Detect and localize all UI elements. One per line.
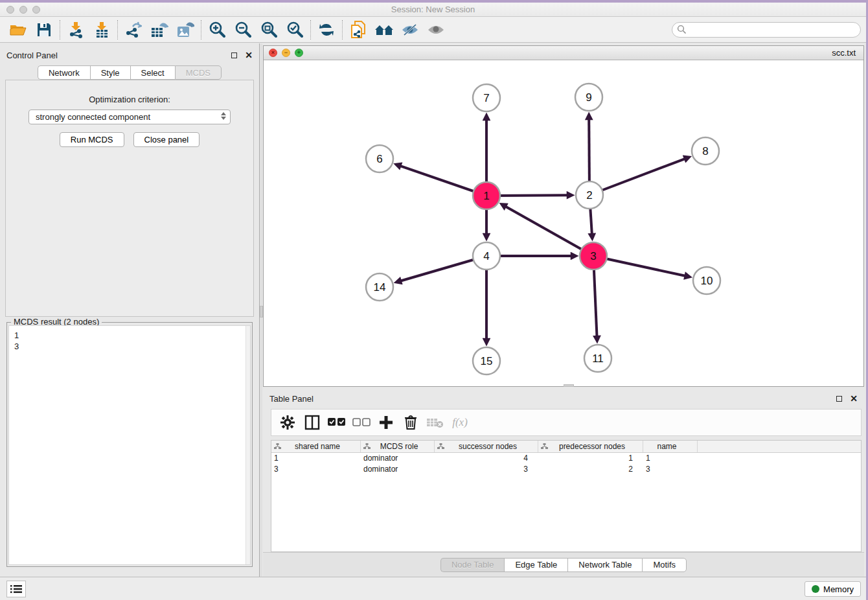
graph-node-label-6: 6	[376, 153, 382, 165]
table-panel: Table Panel ✕	[263, 389, 864, 577]
control-panel-header: Control Panel ✕	[6, 49, 253, 62]
column-header-name[interactable]: name	[643, 441, 698, 452]
open-session-button[interactable]	[5, 19, 31, 41]
float-panel-button[interactable]	[231, 52, 237, 58]
tab-edge-table[interactable]: Edge Table	[504, 558, 567, 572]
home-button[interactable]	[371, 19, 397, 41]
export-network-icon	[125, 21, 142, 38]
deselect-all-columns-button[interactable]	[350, 411, 372, 433]
cell-name[interactable]: 3	[643, 464, 698, 475]
column-header-predecessor-nodes[interactable]: predecessor nodes	[538, 441, 643, 452]
result-scrollbar[interactable]	[246, 326, 250, 564]
show-all-button[interactable]	[423, 19, 449, 41]
cell-shared-name[interactable]: 1	[271, 453, 361, 464]
column-header-shared-name[interactable]: shared name	[271, 441, 361, 452]
graph-edge-3-1[interactable]	[506, 207, 593, 256]
zoom-out-button[interactable]	[230, 19, 256, 41]
mcds-tab-content: Optimization criterion: strongly connect…	[5, 80, 254, 317]
search-input[interactable]	[672, 22, 861, 38]
network-canvas[interactable]: 7968124314101511	[264, 60, 863, 386]
show-columns-button[interactable]	[301, 411, 323, 433]
maximize-network-button[interactable]: +	[295, 49, 303, 57]
show-log-button[interactable]	[6, 581, 26, 597]
graph-node-label-2: 2	[586, 189, 592, 202]
attribute-icon	[541, 443, 548, 450]
cell-predecessor-nodes[interactable]: 2	[538, 464, 643, 475]
cell-mcds-role[interactable]: dominator	[361, 464, 435, 475]
tab-mcds[interactable]: MCDS	[175, 65, 222, 80]
search-icon	[677, 25, 687, 34]
minimize-network-button[interactable]: −	[282, 49, 290, 57]
table-row[interactable]: 3 dominator 3 2 3	[271, 464, 861, 475]
cell-shared-name[interactable]: 3	[271, 464, 361, 475]
mcds-buttons-row: Run MCDS Close panel	[6, 132, 253, 147]
fx-icon: f(x)	[452, 416, 468, 429]
tab-network-table[interactable]: Network Table	[567, 558, 642, 572]
graph-node-label-15: 15	[481, 355, 493, 367]
network-graph-svg: 7968124314101511	[264, 60, 865, 387]
close-table-panel-button[interactable]: ✕	[850, 395, 858, 402]
graph-node-label-4: 4	[483, 250, 489, 262]
import-network-button[interactable]	[63, 19, 89, 41]
attribute-icon	[363, 443, 371, 450]
hide-selected-button[interactable]	[397, 19, 423, 41]
tab-network[interactable]: Network	[38, 65, 90, 80]
network-window-resize-handle[interactable]	[564, 384, 574, 387]
export-network-button[interactable]	[120, 19, 146, 41]
zoom-selected-button[interactable]	[282, 19, 308, 41]
close-panel-button-mcds[interactable]: Close panel	[133, 132, 200, 147]
column-header-successor-nodes[interactable]: successor nodes	[435, 441, 538, 452]
run-mcds-button[interactable]: Run MCDS	[60, 132, 124, 147]
select-all-columns-button[interactable]	[326, 411, 348, 433]
mcds-result-line: 1	[14, 330, 250, 341]
close-panel-button[interactable]: ✕	[245, 52, 253, 58]
control-panel-title: Control Panel	[6, 51, 58, 60]
cell-successor-nodes[interactable]: 4	[435, 453, 538, 464]
toolbar-separator	[60, 20, 60, 40]
memory-button[interactable]: Memory	[805, 581, 861, 597]
save-session-button[interactable]	[31, 19, 57, 41]
graph-edge-2-8[interactable]	[589, 159, 685, 195]
cell-mcds-role[interactable]: dominator	[361, 453, 435, 464]
window-title: Session: New Session	[0, 5, 866, 14]
open-folder-icon	[10, 23, 27, 37]
zoom-fit-button[interactable]	[256, 19, 282, 41]
network-window-title: scc.txt	[832, 48, 856, 58]
plus-icon	[379, 415, 393, 430]
delete-table-button[interactable]	[424, 411, 446, 433]
delete-column-button[interactable]	[400, 411, 422, 433]
tab-style[interactable]: Style	[90, 65, 130, 80]
unchecked-boxes-icon	[352, 418, 371, 427]
table-mode-button[interactable]	[277, 411, 299, 433]
cell-successor-nodes[interactable]: 3	[435, 464, 538, 475]
tab-motifs[interactable]: Motifs	[642, 558, 687, 572]
function-builder-button[interactable]: f(x)	[449, 411, 471, 433]
cell-predecessor-nodes[interactable]: 1	[538, 453, 643, 464]
optimization-criterion-value: strongly connected component	[36, 112, 150, 122]
zoom-in-button[interactable]	[204, 19, 230, 41]
column-header-mcds-role[interactable]: MCDS role	[361, 441, 435, 452]
network-from-selection-button[interactable]	[345, 19, 371, 41]
apply-layout-button[interactable]	[314, 19, 339, 41]
float-table-panel-button[interactable]	[836, 396, 842, 402]
attribute-icon	[437, 443, 444, 450]
import-table-button[interactable]	[89, 19, 115, 41]
memory-label: Memory	[823, 584, 854, 594]
export-table-button[interactable]	[146, 19, 172, 41]
panel-splitter[interactable]	[259, 43, 262, 577]
graph-node-label-3: 3	[590, 250, 596, 262]
zoom-in-icon	[209, 21, 225, 38]
export-image-button[interactable]	[172, 19, 198, 41]
optimization-criterion-select[interactable]: strongly connected component	[29, 110, 231, 124]
create-column-button[interactable]	[375, 411, 397, 433]
table-row[interactable]: 1 dominator 4 1 1	[271, 453, 861, 464]
tab-node-table[interactable]: Node Table	[440, 558, 505, 572]
toolbar-separator	[342, 20, 343, 40]
node-table: shared name MCDS role successor nodes pr…	[271, 440, 862, 552]
close-network-button[interactable]: ×	[269, 49, 277, 57]
mcds-result-groupbox: MCDS result (2 nodes) 1 3	[6, 322, 253, 567]
tab-select[interactable]: Select	[130, 65, 175, 80]
mcds-result-line: 3	[14, 341, 250, 352]
application-window: Session: New Session	[0, 3, 866, 600]
cell-name[interactable]: 1	[643, 453, 698, 464]
